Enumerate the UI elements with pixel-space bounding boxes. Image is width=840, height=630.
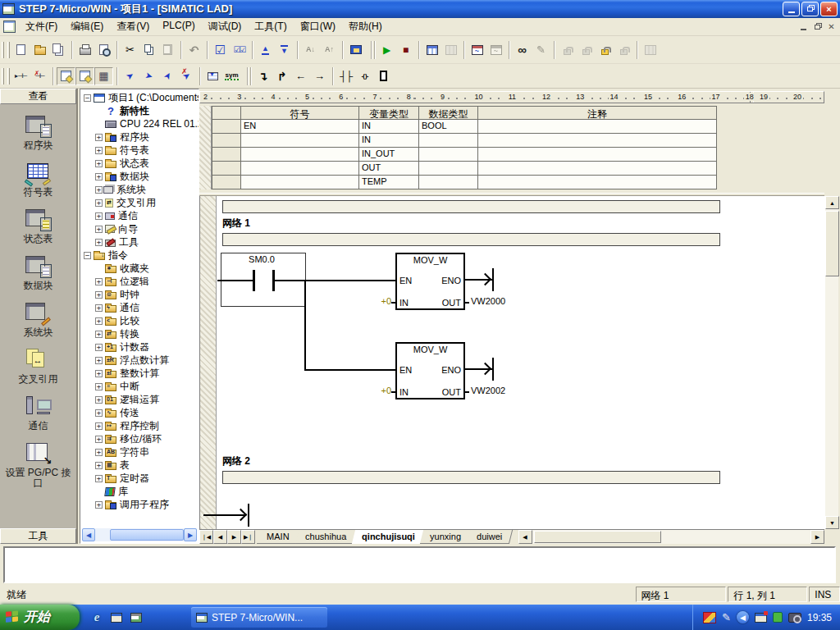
scroll-left-icon[interactable]: ◀ — [82, 528, 95, 541]
network1-comment-box[interactable] — [222, 233, 720, 246]
tree-item[interactable]: +∿传送 — [80, 406, 199, 419]
tree-item[interactable]: +向导 — [80, 222, 199, 235]
tree-item[interactable]: +状态表 — [80, 157, 199, 170]
table-cell[interactable] — [241, 134, 359, 148]
table-cell[interactable] — [419, 148, 478, 162]
table-cell[interactable] — [478, 134, 717, 148]
expand-icon[interactable]: + — [95, 449, 103, 456]
copy-button[interactable] — [139, 41, 158, 59]
new-file-button[interactable] — [11, 41, 30, 59]
toolbar-grip[interactable] — [2, 42, 4, 58]
tree-item[interactable]: +⇉移位/循环 — [80, 432, 199, 445]
tree-item[interactable]: −项目1 (C:\Documents — [80, 91, 199, 104]
tree-item[interactable]: +<比较 — [80, 314, 199, 327]
program-status-button[interactable] — [422, 41, 441, 59]
tab-chushihua[interactable]: chushihua — [294, 530, 356, 544]
table-cell[interactable] — [419, 176, 478, 189]
start-button[interactable]: 开始 — [0, 605, 80, 630]
table-cell[interactable] — [478, 176, 717, 189]
scroll-right-icon[interactable]: ▶ — [810, 530, 824, 544]
expand-icon[interactable]: + — [95, 331, 103, 338]
expand-icon[interactable]: + — [95, 409, 103, 417]
expand-icon[interactable]: + — [95, 226, 103, 233]
mov-w-block-2[interactable]: MOV_W EN ENO IN OUT — [395, 342, 465, 399]
status-glasses-button[interactable] — [513, 41, 532, 59]
tree-item[interactable]: +T定时器 — [80, 472, 199, 485]
menu-item-edit[interactable]: 编辑(E) — [64, 18, 110, 35]
network2-label[interactable]: 网络 2 — [222, 454, 250, 468]
restore-button[interactable] — [801, 2, 819, 16]
editor-vertical-scrollbar[interactable]: ▲ ▼ — [824, 196, 838, 529]
table-cell[interactable] — [478, 120, 717, 134]
expand-icon[interactable]: + — [95, 383, 103, 390]
nav-item-symbol-table[interactable]: 符号表 — [0, 162, 76, 198]
tab-duiwei[interactable]: duiwei — [467, 530, 513, 544]
expand-icon[interactable]: + — [95, 304, 103, 312]
table-cell[interactable] — [419, 134, 478, 148]
toolbar-grip[interactable] — [7, 42, 10, 58]
close-button[interactable]: × — [820, 2, 838, 16]
tree-item[interactable]: +调用子程序 — [80, 498, 199, 511]
block2-in-operand[interactable]: +0 — [368, 386, 391, 395]
contact-symbol[interactable] — [253, 270, 255, 291]
media-player-icon[interactable] — [129, 610, 144, 625]
tree-item[interactable]: +01逻辑运算 — [80, 393, 199, 406]
mdi-close-button[interactable]: ✕ — [824, 21, 838, 33]
tree-horizontal-scrollbar[interactable]: ◀ ▶ — [82, 528, 197, 541]
tree-item[interactable]: +±I整数计算 — [80, 367, 199, 380]
toggle-symbol-info-table-button[interactable] — [94, 67, 113, 85]
row-header-cell[interactable] — [212, 176, 241, 189]
mdi-restore-button[interactable] — [810, 21, 824, 33]
nav-item-communication[interactable]: 通信 — [0, 395, 76, 431]
insert-box-button[interactable] — [374, 67, 393, 85]
block1-out-operand[interactable]: VW2000 — [471, 296, 505, 306]
insert-contact-button[interactable] — [336, 67, 355, 85]
nav-item-pgpc-interface[interactable]: ↘设置 PG/PC 接口 — [0, 442, 76, 489]
network1-label[interactable]: 网络 1 — [222, 217, 250, 231]
insert-network-button[interactable] — [11, 67, 30, 85]
toolbar-grip[interactable] — [2, 68, 4, 84]
contact-operand[interactable]: SM0.0 — [233, 254, 290, 264]
expand-icon[interactable]: + — [95, 278, 103, 285]
mov-w-block-1[interactable]: MOV_W EN ENO IN OUT — [395, 253, 465, 310]
table-cell[interactable] — [478, 162, 717, 176]
scroll-down-icon[interactable]: ▼ — [825, 516, 839, 529]
table-cell[interactable]: BOOL — [419, 120, 478, 134]
tree-item[interactable]: +数据块 — [80, 170, 199, 183]
run-button[interactable] — [377, 41, 396, 59]
scroll-right-icon[interactable]: ▶ — [184, 528, 197, 541]
line-left-button[interactable] — [291, 67, 310, 85]
table-cell[interactable] — [241, 176, 359, 189]
expand-icon[interactable]: + — [95, 134, 103, 141]
cut-button[interactable] — [121, 41, 139, 59]
tab-MAIN[interactable]: MAIN — [257, 530, 300, 544]
compile-all-button[interactable] — [230, 41, 249, 59]
menu-item-file[interactable]: 文件(F) — [19, 18, 64, 35]
expand-icon[interactable]: + — [95, 160, 103, 167]
tree-item[interactable]: 库 — [80, 485, 199, 498]
expand-icon[interactable]: + — [95, 186, 103, 194]
input-method-icon[interactable] — [703, 612, 716, 623]
line-up-button[interactable] — [272, 67, 291, 85]
tree-item[interactable]: +程序块 — [80, 130, 199, 144]
hide-icons-chevron-icon[interactable]: ◀ — [737, 611, 749, 623]
minimize-button[interactable] — [783, 2, 800, 16]
stop-button[interactable] — [396, 41, 415, 59]
mdi-minimize-button[interactable] — [797, 21, 810, 33]
expand-icon[interactable]: + — [95, 147, 103, 154]
symbol-info-table-button[interactable] — [203, 67, 222, 85]
tab-prev-button[interactable]: ◀ — [213, 530, 227, 544]
expand-icon[interactable]: + — [95, 436, 103, 443]
menu-item-debug[interactable]: 调试(D) — [202, 18, 249, 35]
ladder-canvas[interactable]: 网络 1 SM0.0 MOV_W EN ENO IN OUT — [199, 196, 824, 529]
toolbar-grip[interactable] — [7, 68, 10, 84]
tree-item[interactable]: +≡中断 — [80, 380, 199, 393]
compile-button[interactable] — [211, 41, 230, 59]
delete-network-button[interactable] — [30, 67, 49, 85]
insert-column-button[interactable] — [139, 67, 158, 85]
tree-item[interactable]: ∗收藏夹 — [80, 262, 199, 275]
table-cell[interactable]: IN_OUT — [359, 148, 419, 162]
toggle-pou-comments-button[interactable] — [57, 67, 75, 85]
show-desktop-icon[interactable] — [109, 610, 124, 625]
menu-item-view[interactable]: 查看(V) — [110, 18, 156, 35]
